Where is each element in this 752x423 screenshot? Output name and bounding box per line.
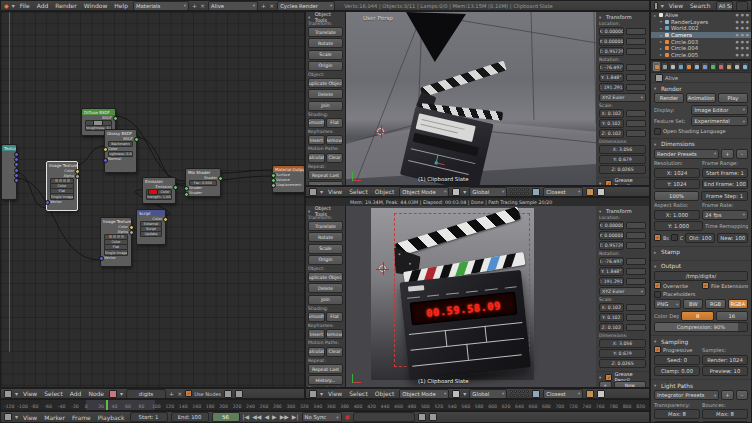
orientation-selector[interactable]: Global▾ bbox=[469, 389, 507, 399]
expand-icon[interactable]: ▾ bbox=[659, 33, 663, 38]
mode-selector[interactable]: Object Mode▾ bbox=[399, 389, 449, 399]
current-frame-playhead[interactable] bbox=[106, 400, 108, 411]
eye-icon[interactable]: ● bbox=[736, 40, 739, 44]
button-rotate[interactable]: Rotate bbox=[308, 232, 343, 242]
field-y-0-00000[interactable]: Y: 0.00000 bbox=[599, 231, 624, 240]
lock-icon[interactable] bbox=[626, 130, 647, 137]
expand-icon[interactable]: ▸ bbox=[659, 39, 663, 44]
outliner-item-alive[interactable]: ▸Alive●●● bbox=[651, 12, 751, 19]
panel-header-object-tools[interactable]: ▾Object Tools bbox=[308, 13, 343, 21]
add-scene-icon[interactable]: + bbox=[261, 3, 266, 9]
outliner-item-circle-003[interactable]: ▸Circle.003●●● bbox=[651, 38, 751, 45]
editor-type-icon[interactable] bbox=[309, 188, 317, 196]
shading-menu-icon[interactable]: ▾ bbox=[463, 189, 466, 195]
button-clear[interactable]: Clear bbox=[326, 347, 343, 357]
field-max-8[interactable]: Max: 8 bbox=[702, 409, 748, 419]
field-start-frame-1[interactable]: Start Frame: 1 bbox=[702, 168, 748, 178]
eye-icon[interactable]: ● bbox=[736, 13, 739, 17]
eye-icon[interactable]: ● bbox=[736, 20, 739, 24]
socket-vector[interactable] bbox=[99, 256, 104, 261]
next-keyframe-icon[interactable]: ▶▶ bbox=[280, 414, 289, 420]
menu-view[interactable]: View bbox=[21, 414, 39, 421]
select-icon[interactable]: ● bbox=[741, 26, 744, 30]
field-frame-step-1[interactable]: Frame Step: 1 bbox=[701, 191, 748, 201]
outliner-item-circle-004[interactable]: ▸Circle.004●●● bbox=[651, 45, 751, 52]
node-image-texture[interactable]: Image TextureColorAlphaColorFlatSingle I… bbox=[100, 217, 132, 267]
lock-icon[interactable] bbox=[626, 74, 647, 81]
field-y-1-848[interactable]: Y: 1.848° bbox=[599, 267, 624, 276]
lock-icon[interactable] bbox=[626, 222, 647, 229]
close-layout-icon[interactable]: × bbox=[200, 3, 205, 9]
checkbox-file-extensions[interactable]: ✓File Extensions bbox=[702, 282, 748, 289]
button-delete[interactable]: Delete bbox=[308, 283, 343, 293]
field-z-191-291[interactable]: Z: 191.291° bbox=[599, 83, 624, 92]
tab-texture[interactable] bbox=[726, 62, 733, 71]
node-material-output[interactable]: Material OutputSurfaceVolumeDisplacement bbox=[272, 165, 305, 193]
field-z-0-0265[interactable]: Z: 0.0265 bbox=[599, 165, 646, 174]
button-item[interactable]: + bbox=[599, 381, 612, 388]
render-engine-selector[interactable]: Cycles Render▾ bbox=[277, 1, 335, 11]
field-y-1024[interactable]: Y: 1024 bbox=[654, 179, 700, 189]
menu-window[interactable]: Window bbox=[82, 2, 110, 9]
panel-header-output[interactable]: ▾Output bbox=[654, 262, 748, 271]
tab-world[interactable] bbox=[677, 62, 684, 71]
menu-view[interactable]: View bbox=[326, 188, 344, 195]
visibility-toggles[interactable]: ●●● bbox=[736, 53, 749, 57]
lock-icon[interactable] bbox=[626, 314, 647, 321]
transform-manipulator[interactable] bbox=[433, 151, 450, 168]
button-bw[interactable]: BW bbox=[683, 299, 703, 309]
field-x-1024[interactable]: X: 1024 bbox=[654, 168, 700, 178]
checkbox-progressive[interactable]: ✓Progressive bbox=[654, 346, 700, 353]
tab-modifiers[interactable] bbox=[701, 62, 708, 71]
panel-header-transform[interactable]: ▾Transform bbox=[599, 13, 646, 21]
socket-normal[interactable] bbox=[103, 158, 108, 163]
button-16[interactable]: 16 bbox=[716, 311, 748, 321]
select-icon[interactable]: ● bbox=[741, 33, 744, 37]
eye-icon[interactable]: ● bbox=[736, 46, 739, 50]
material-icon[interactable] bbox=[109, 390, 117, 398]
checkbox-use-nodes[interactable]: ✓Use Nodes bbox=[185, 390, 221, 397]
dropdown-experimental[interactable]: Experimental▾ bbox=[691, 116, 748, 126]
button-flat[interactable]: Flat bbox=[326, 118, 343, 128]
panel-checkbox[interactable]: ✓ bbox=[605, 374, 612, 381]
node-editor[interactable]: Texture CoordinateDiffuse BSDFBSDFRoughn… bbox=[0, 11, 305, 388]
editor-type-icon[interactable] bbox=[309, 390, 317, 398]
button-repeat-last[interactable]: Repeat Last bbox=[308, 170, 343, 180]
panel-header-light-paths[interactable]: ▾Light Paths bbox=[654, 381, 748, 390]
visibility-toggles[interactable]: ●●● bbox=[736, 33, 749, 37]
record-icon[interactable]: ● bbox=[345, 414, 350, 420]
button-duplicate-objects[interactable]: Duplicate Objects bbox=[308, 272, 343, 282]
field-y-0-102[interactable]: Y: 0.102 bbox=[599, 313, 624, 322]
eye-icon[interactable]: ● bbox=[736, 26, 739, 30]
field-y-0-679[interactable]: Y: 0.679 bbox=[599, 155, 646, 164]
panel-header-transform[interactable]: ▾Transform bbox=[599, 207, 646, 215]
visibility-toggles[interactable]: ●●● bbox=[736, 20, 749, 24]
close-scene-icon[interactable]: × bbox=[269, 3, 274, 9]
keying-set-field[interactable] bbox=[353, 412, 415, 422]
menu-view[interactable]: View bbox=[667, 2, 685, 9]
editor-menu-icon[interactable]: ▾ bbox=[15, 414, 18, 420]
menu-select[interactable]: Select bbox=[347, 188, 370, 195]
select-icon[interactable]: ● bbox=[741, 13, 744, 17]
render-still-icon[interactable] bbox=[586, 390, 594, 398]
render-icon[interactable]: ● bbox=[746, 53, 749, 57]
menu-file[interactable]: File bbox=[18, 2, 32, 9]
dropdown-render-presets[interactable]: Render Presets▾ bbox=[654, 149, 719, 159]
button-origin[interactable]: Origin bbox=[308, 255, 343, 265]
button-translate[interactable]: Translate bbox=[308, 27, 343, 37]
field-end-frame-100[interactable]: End Frame: 100 bbox=[702, 179, 748, 189]
checkbox-open-shading-language[interactable]: Open Shading Language bbox=[654, 128, 748, 135]
outliner-item-circle-005[interactable]: ▸Circle.005●●● bbox=[651, 52, 751, 59]
field-render-1024[interactable]: Render: 1024 bbox=[702, 355, 748, 365]
jump-end-icon[interactable]: ▶| bbox=[292, 414, 299, 420]
search-field[interactable] bbox=[736, 1, 748, 11]
button-translate[interactable]: Translate bbox=[308, 221, 343, 231]
snap-icon[interactable] bbox=[235, 390, 243, 398]
menu-playback[interactable]: Playback bbox=[96, 414, 127, 421]
menu-add[interactable]: Add bbox=[35, 2, 51, 9]
render-anim-icon[interactable] bbox=[597, 390, 605, 398]
lock-icon[interactable] bbox=[626, 258, 647, 265]
field-y-0-679[interactable]: Y: 0.679 bbox=[599, 349, 646, 358]
button-smooth[interactable]: Smooth bbox=[308, 312, 325, 322]
button-flat[interactable]: Flat bbox=[326, 312, 343, 322]
